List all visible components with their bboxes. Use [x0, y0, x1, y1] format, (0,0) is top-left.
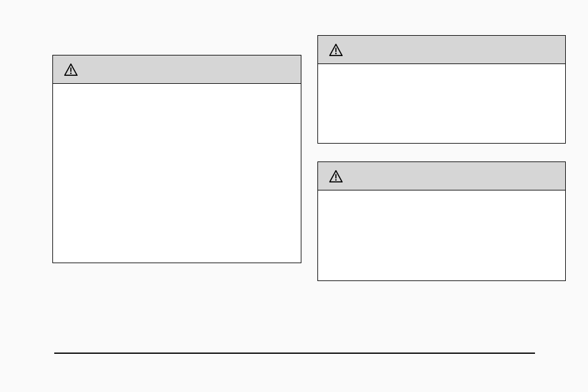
warning-box-left-header — [53, 55, 301, 84]
warning-box-top-right-header — [318, 36, 565, 64]
warning-box-top-right — [317, 35, 566, 144]
page — [0, 0, 588, 392]
svg-point-1 — [70, 72, 71, 73]
warning-box-bottom-right-header — [318, 162, 565, 190]
svg-point-5 — [335, 179, 337, 180]
svg-point-3 — [335, 52, 337, 54]
warning-box-left — [52, 55, 301, 263]
footer-rule — [54, 353, 535, 354]
warning-box-bottom-right — [317, 161, 566, 281]
warning-icon — [329, 170, 343, 182]
warning-icon — [329, 44, 343, 56]
warning-icon — [64, 63, 78, 76]
